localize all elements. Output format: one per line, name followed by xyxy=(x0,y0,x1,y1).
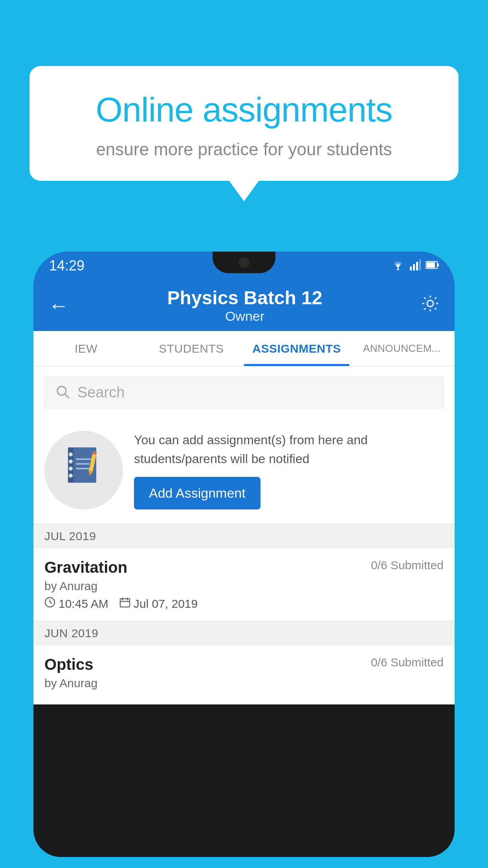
svg-rect-2 xyxy=(413,264,415,270)
assignment-by-optics: by Anurag xyxy=(44,677,444,690)
svg-point-14 xyxy=(69,460,73,463)
assignment-item-optics[interactable]: Optics 0/6 Submitted by Anurag xyxy=(33,645,455,704)
tab-iew[interactable]: IEW xyxy=(33,331,139,366)
assignment-header-optics: Optics 0/6 Submitted xyxy=(44,656,444,673)
header-subtitle: Owner xyxy=(167,309,323,324)
wifi-icon xyxy=(391,259,405,272)
svg-rect-17 xyxy=(76,458,92,460)
assignment-meta: 10:45 AM Jul 07, 2019 xyxy=(44,597,444,611)
month-separator-jul: JUL 2019 xyxy=(33,524,455,548)
tab-bar: IEW STUDENTS ASSIGNMENTS ANNOUNCEM... xyxy=(33,331,455,366)
clock-icon xyxy=(44,597,55,611)
speech-bubble-subtitle: ensure more practice for your students xyxy=(57,140,431,159)
signal-icon xyxy=(410,259,421,272)
search-icon xyxy=(55,384,70,401)
assignment-date: Jul 07, 2019 xyxy=(119,597,198,611)
promo-content: You can add assignment(s) from here and … xyxy=(134,430,444,509)
svg-point-0 xyxy=(397,268,399,270)
search-input[interactable]: Search xyxy=(77,384,125,401)
assignment-title-optics: Optics xyxy=(44,656,93,673)
tab-students[interactable]: STUDENTS xyxy=(139,331,244,366)
add-assignment-button[interactable]: Add Assignment xyxy=(134,477,261,509)
phone-outer: 14:29 xyxy=(33,252,455,857)
promo-icon-circle xyxy=(44,431,123,509)
svg-rect-6 xyxy=(426,262,435,268)
notebook-icon xyxy=(64,444,103,496)
status-icons xyxy=(391,259,439,272)
svg-line-10 xyxy=(65,394,69,398)
assignment-time: 10:45 AM xyxy=(44,597,108,611)
assignment-promo: You can add assignment(s) from here and … xyxy=(33,419,455,524)
speech-bubble: Online assignments ensure more practice … xyxy=(29,66,459,181)
front-camera xyxy=(238,257,250,268)
svg-point-15 xyxy=(69,467,73,471)
svg-point-8 xyxy=(427,300,433,307)
assignment-item-gravitation[interactable]: Gravitation 0/6 Submitted by Anurag xyxy=(33,548,455,621)
header-center: Physics Batch 12 Owner xyxy=(167,287,323,324)
battery-icon xyxy=(426,261,439,271)
assignment-submitted: 0/6 Submitted xyxy=(371,559,444,572)
svg-rect-1 xyxy=(410,267,412,270)
search-bar[interactable]: Search xyxy=(44,376,444,409)
svg-rect-19 xyxy=(76,468,91,469)
tab-announcements[interactable]: ANNOUNCEM... xyxy=(349,331,455,366)
svg-line-25 xyxy=(50,602,52,603)
svg-rect-3 xyxy=(416,262,418,270)
assignment-title: Gravitation xyxy=(44,559,127,576)
back-button[interactable]: ← xyxy=(48,294,69,317)
svg-point-16 xyxy=(69,474,73,478)
content-area: Search xyxy=(33,366,455,704)
speech-bubble-title: Online assignments xyxy=(57,90,431,130)
phone-container: 14:29 xyxy=(33,252,455,868)
assignment-submitted-optics: 0/6 Submitted xyxy=(371,656,444,669)
assignment-by: by Anurag xyxy=(44,579,444,593)
speech-bubble-container: Online assignments ensure more practice … xyxy=(29,66,459,181)
assignment-header: Gravitation 0/6 Submitted xyxy=(44,559,444,576)
svg-rect-26 xyxy=(120,599,130,607)
svg-rect-18 xyxy=(76,463,90,465)
svg-point-9 xyxy=(57,386,66,395)
svg-point-13 xyxy=(69,452,73,456)
status-time: 14:29 xyxy=(49,257,84,274)
promo-text: You can add assignment(s) from here and … xyxy=(134,430,444,468)
phone-notch xyxy=(213,252,275,273)
svg-rect-4 xyxy=(419,259,421,270)
header-title: Physics Batch 12 xyxy=(167,287,323,309)
settings-icon[interactable] xyxy=(421,294,440,317)
calendar-icon xyxy=(119,597,130,611)
tab-assignments[interactable]: ASSIGNMENTS xyxy=(244,331,349,366)
svg-rect-7 xyxy=(437,263,439,267)
app-header: ← Physics Batch 12 Owner xyxy=(33,280,455,331)
month-separator-jun: JUN 2019 xyxy=(33,621,455,645)
